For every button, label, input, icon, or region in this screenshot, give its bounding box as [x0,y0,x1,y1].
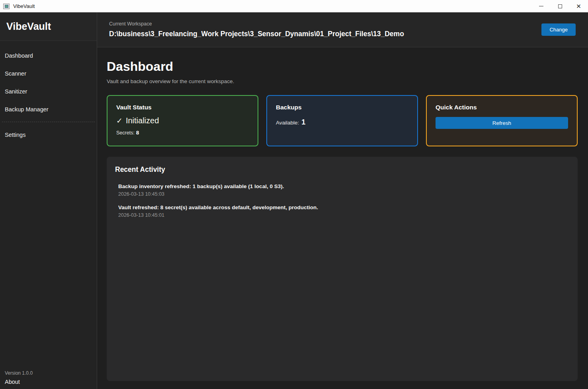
workspace-header: Current Workspace D:\business\3_Freelanc… [97,12,588,47]
sidebar-item-sanitizer[interactable]: Sanitizer [0,82,97,100]
sidebar-item-scanner[interactable]: Scanner [0,64,97,82]
activity-item: Vault refreshed: 8 secret(s) available a… [115,204,569,218]
close-icon: ✕ [576,3,581,9]
window-controls: ✕ [532,0,588,12]
secrets-label: Secrets: [116,130,135,136]
check-icon: ✓ [116,116,123,125]
sidebar-divider [2,122,95,122]
maximize-icon [558,4,562,8]
secrets-line: Secrets:8 [116,130,249,136]
window-title: VibeVault [13,3,35,9]
workspace-label: Current Workspace [109,21,404,27]
secrets-count: 8 [136,130,139,136]
activity-item: Backup inventory refreshed: 1 backup(s) … [115,183,569,197]
vault-status-title: Vault Status [116,104,249,111]
dashboard-content: Dashboard Vault and backup overview for … [97,47,588,389]
activity-timestamp: 2026-03-13 10:45:03 [118,191,569,197]
available-count: 1 [301,118,305,126]
minimize-button[interactable] [532,0,551,12]
change-workspace-button[interactable]: Change [541,23,576,36]
app-icon [3,4,10,9]
recent-activity-panel: Recent Activity Backup inventory refresh… [107,157,578,381]
app-icon-inner [5,5,8,8]
backups-available-line: Available:1 [276,118,408,126]
sidebar-item-dashboard[interactable]: Dashboard [0,47,97,64]
sidebar-item-backup-manager[interactable]: Backup Manager [0,100,97,118]
minimize-icon [539,6,543,6]
about-link[interactable]: About [5,379,97,385]
sidebar: VibeVault Dashboard Scanner Sanitizer Ba… [0,12,97,389]
close-button[interactable]: ✕ [569,0,588,12]
app-window: VibeVault Dashboard Scanner Sanitizer Ba… [0,12,588,389]
quick-actions-title: Quick Actions [436,104,568,111]
refresh-button[interactable]: Refresh [436,117,568,129]
activity-message: Backup inventory refreshed: 1 backup(s) … [118,183,569,189]
quick-actions-card: Quick Actions Refresh [426,95,578,146]
maximize-button[interactable] [551,0,569,12]
sidebar-footer: Version 1.0.0 About [0,370,97,389]
activity-message: Vault refreshed: 8 secret(s) available a… [118,204,569,210]
activity-timestamp: 2026-03-13 10:45:01 [118,212,569,218]
window-titlebar: VibeVault ✕ [0,0,588,12]
sidebar-nav: Dashboard Scanner Sanitizer Backup Manag… [0,41,97,144]
vault-status-value: Initialized [126,116,159,125]
page-subtitle: Vault and backup overview for the curren… [107,78,578,84]
sidebar-item-settings[interactable]: Settings [0,126,97,144]
backups-title: Backups [276,104,408,111]
vault-status-card: Vault Status ✓ Initialized Secrets:8 [107,95,258,146]
main-area: Current Workspace D:\business\3_Freelanc… [97,12,588,389]
available-label: Available: [276,120,299,126]
recent-activity-title: Recent Activity [115,165,569,174]
workspace-info: Current Workspace D:\business\3_Freelanc… [109,21,404,38]
version-label: Version 1.0.0 [5,370,97,376]
status-cards-row: Vault Status ✓ Initialized Secrets:8 Bac… [107,95,578,146]
vault-status-line: ✓ Initialized [116,116,249,125]
backups-card: Backups Available:1 [266,95,418,146]
app-brand: VibeVault [0,12,97,41]
workspace-path: D:\business\3_Freelancing_Work Projects\… [109,30,404,38]
page-title: Dashboard [107,59,578,74]
